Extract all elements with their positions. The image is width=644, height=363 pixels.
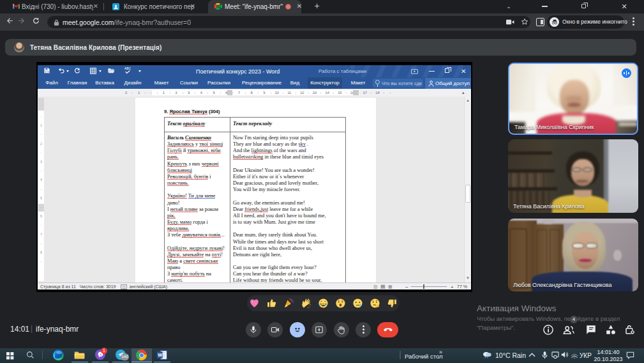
svg-text:W: W [158,352,162,358]
svg-text:ABC: ABC [124,67,131,70]
